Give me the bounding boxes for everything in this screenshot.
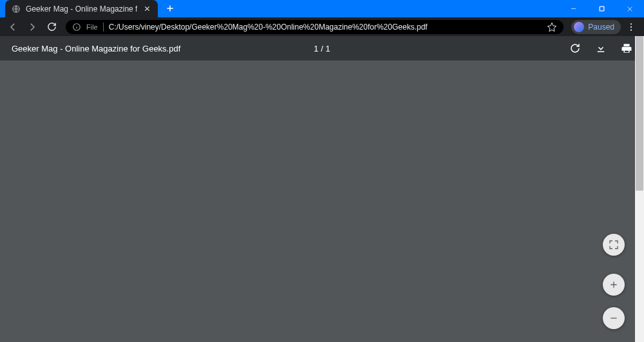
close-tab-icon[interactable]	[142, 5, 151, 14]
tab-strip: Geeker Mag - Online Magazine f	[0, 0, 178, 17]
rotate-icon[interactable]	[569, 43, 581, 54]
download-icon[interactable]	[595, 43, 607, 54]
avatar-icon	[574, 22, 584, 32]
url-text: C:/Users/viney/Desktop/Geeker%20Mag%20-%…	[109, 23, 428, 32]
close-window-button[interactable]	[616, 0, 644, 17]
new-tab-button[interactable]	[162, 0, 178, 17]
tab-title: Geeker Mag - Online Magazine f	[26, 5, 137, 14]
pdf-title: Geeker Mag - Online Magazine for Geeks.p…	[12, 44, 180, 53]
forward-button[interactable]	[23, 18, 41, 36]
profile-label: Paused	[588, 23, 614, 32]
scrollbar-thumb[interactable]	[636, 36, 643, 191]
svg-point-4	[630, 23, 632, 24]
titlebar: Geeker Mag - Online Magazine f	[0, 0, 644, 17]
minimize-button[interactable]	[559, 0, 587, 17]
floating-controls	[603, 234, 625, 329]
print-icon[interactable]	[621, 43, 632, 54]
profile-button[interactable]: Paused	[571, 20, 621, 34]
pdf-toolbar: Geeker Mag - Online Magazine for Geeks.p…	[0, 36, 644, 61]
kebab-menu-icon[interactable]	[622, 18, 640, 36]
url-divider	[103, 23, 104, 32]
reload-button[interactable]	[43, 18, 61, 36]
globe-icon	[12, 5, 21, 14]
svg-point-5	[630, 26, 632, 27]
vertical-scrollbar[interactable]	[635, 36, 644, 342]
url-scheme: File	[86, 23, 98, 31]
svg-point-6	[630, 29, 632, 30]
pdf-page-indicator: 1 / 1	[314, 44, 330, 53]
pdf-actions	[569, 43, 632, 54]
browser-tab[interactable]: Geeker Mag - Online Magazine f	[5, 0, 158, 17]
pdf-viewport[interactable]	[0, 61, 635, 342]
maximize-button[interactable]	[587, 0, 616, 17]
address-bar-row: File C:/Users/viney/Desktop/Geeker%20Mag…	[0, 17, 644, 36]
zoom-out-button[interactable]	[603, 307, 625, 329]
back-button[interactable]	[4, 18, 22, 36]
fit-page-button[interactable]	[603, 234, 625, 256]
bookmark-star-icon[interactable]	[547, 22, 557, 32]
url-bar[interactable]: File C:/Users/viney/Desktop/Geeker%20Mag…	[66, 20, 564, 34]
zoom-in-button[interactable]	[603, 274, 625, 296]
window-controls	[559, 0, 644, 17]
info-icon[interactable]	[72, 23, 81, 32]
